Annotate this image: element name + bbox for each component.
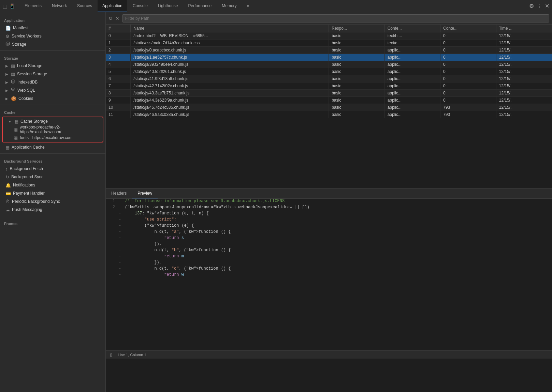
sidebar-item-manifest[interactable]: 📄 Manifest [0, 24, 105, 32]
sidebar-item-local-storage[interactable]: ▶ ▦ Local Storage [0, 62, 105, 70]
sidebar-item-indexeddb[interactable]: ▶ IndexedDB [0, 78, 105, 86]
cell-content-type: applic... [384, 104, 440, 111]
tab-headers[interactable]: Headers [106, 189, 132, 198]
sidebar-item-notifications-label: Notifications [13, 183, 35, 187]
cell-response: basic [329, 75, 384, 82]
sidebar-item-fonts-cache[interactable]: ▦ fonts - https://excalidraw.com [3, 134, 103, 142]
cell-content-type: applic... [384, 68, 440, 75]
line-content: n.d(t, "c", ("kw">function [122, 266, 221, 272]
table-row[interactable]: 2 /static/js/0.acabcbcc.chunk.js basic a… [106, 47, 552, 54]
filter-input[interactable] [122, 14, 549, 22]
table-row[interactable]: 1 /static/css/main.7d14b3cc.chunk.css ba… [106, 40, 552, 47]
sidebar-item-fonts-cache-label: fonts - https://excalidraw.com [20, 135, 73, 140]
sidebar-item-push-messaging[interactable]: ☁ Push Messaging [0, 206, 105, 214]
cell-name: /static/js/46.9a3c038a.chunk.js [131, 111, 329, 118]
sidebar-item-periodic-sync[interactable]: ⏱ Periodic Background Sync [0, 197, 105, 206]
sidebar-item-indexeddb-label: IndexedDB [17, 80, 38, 85]
cell-name: /static/js/39.f2490ee4.chunk.js [131, 61, 329, 68]
cell-time: 12/15/. [496, 111, 552, 118]
clear-icon[interactable]: ✕ [115, 16, 119, 21]
sidebar-item-session-storage-label: Session Storage [17, 72, 47, 76]
tab-bar-right: ⚙ ⋮ ✕ [529, 3, 549, 9]
line-number: 1 [106, 199, 118, 205]
table-row[interactable]: 0 /index.html?__WB_REVISION__=6855... ba… [106, 32, 552, 40]
tab-network[interactable]: Network [47, 0, 72, 12]
format-icon[interactable]: {} [110, 353, 112, 357]
cell-time: 12/15/. [496, 75, 552, 82]
cell-response: basic [329, 61, 384, 68]
sidebar-item-bg-fetch[interactable]: ↕ Background Fetch [0, 165, 105, 173]
cell-content-type: applic... [384, 75, 440, 82]
line-dash: - [118, 272, 122, 278]
sidebar-item-websql-label: Web SQL [17, 88, 35, 93]
cache-storage-icon: ▦ [14, 119, 18, 124]
sidebar-item-cookies-label: Cookies [18, 96, 33, 101]
settings-icon[interactable]: ⚙ [529, 3, 534, 9]
tab-preview[interactable]: Preview [132, 189, 158, 198]
filter-bar: ↻ ✕ [106, 12, 552, 25]
table-row[interactable]: 4 /static/js/39.f2490ee4.chunk.js basic … [106, 61, 552, 68]
cell-num: 1 [106, 40, 131, 47]
table-row[interactable]: 6 /static/js/41.9f3d13a6.chunk.js basic … [106, 75, 552, 82]
tab-console[interactable]: Console [128, 0, 152, 12]
sidebar-item-payment-handler[interactable]: 💳 Payment Handler [0, 189, 105, 197]
code-line: - n.d(t, "c", ("kw">function() { [106, 266, 552, 272]
sidebar-item-storage-app[interactable]: Storage [0, 40, 105, 48]
table-row[interactable]: 8 /static/js/43.3ae7b751.chunk.js basic … [106, 90, 552, 97]
table-row[interactable]: 3 /static/js/1.ae52757c.chunk.js basic a… [106, 54, 552, 61]
cell-num: 11 [106, 111, 131, 118]
sidebar-item-service-workers-label: Service Workers [12, 34, 42, 39]
cell-num: 8 [106, 90, 131, 97]
sidebar-item-websql[interactable]: ▶ Web SQL [0, 86, 105, 94]
cookies-arrow: ▶ [5, 97, 8, 101]
table-row[interactable]: 9 /static/js/44.3e623f9a.chunk.js basic … [106, 97, 552, 104]
sidebar-item-cookies[interactable]: ▶ 🍪 Cookies [0, 94, 105, 103]
tab-memory[interactable]: Memory [217, 0, 241, 12]
sidebar-item-app-cache[interactable]: ▦ Application Cache [0, 143, 105, 151]
close-icon[interactable]: ✕ [545, 3, 549, 9]
tab-sources[interactable]: Sources [72, 0, 97, 12]
line-dash: - [118, 223, 122, 229]
sidebar-item-cache-storage[interactable]: ▼ ▦ Cache Storage [3, 117, 103, 125]
local-storage-icon: ▦ [11, 63, 15, 69]
table-row[interactable]: 11 /static/js/46.9a3c038a.chunk.js basic… [106, 111, 552, 118]
line-content: }), [122, 260, 164, 266]
cell-response: basic [329, 54, 384, 61]
cell-response: basic [329, 90, 384, 97]
tab-more[interactable]: » [242, 0, 254, 12]
line-content: return w [122, 272, 187, 278]
cursor-icon[interactable]: ⬚ [3, 3, 7, 9]
col-header-name: Name [131, 25, 329, 32]
line-number [106, 254, 118, 260]
tab-application[interactable]: Application [98, 0, 127, 12]
payment-handler-icon: 💳 [5, 191, 11, 196]
device-icon[interactable]: 📱 [9, 3, 15, 9]
line-dash [118, 199, 122, 205]
sidebar-item-bg-sync[interactable]: ↻ Background Sync [0, 173, 105, 181]
code-line: - n.d(t, "a", ("kw">function() { [106, 229, 552, 236]
tab-performance[interactable]: Performance [184, 0, 217, 12]
sidebar-item-workbox-cache[interactable]: ▦ workbox-precache-v2-https://excalidraw… [3, 125, 103, 134]
cell-content-length: 0 [440, 61, 496, 68]
cell-content-length: 793 [440, 111, 496, 118]
code-line: 2 ("kw">this.webpackJsonpexcalidraw = "k… [106, 205, 552, 211]
sidebar-item-session-storage[interactable]: ▶ ▦ Session Storage [0, 70, 105, 78]
more-icon[interactable]: ⋮ [537, 3, 542, 9]
session-storage-arrow: ▶ [5, 72, 8, 76]
cache-storage-group: ▼ ▦ Cache Storage ▦ workbox-precache-v2-… [2, 117, 103, 142]
service-workers-icon: ⚙ [5, 34, 10, 39]
line-content: n.d(t, "a", ("kw">function [122, 229, 221, 236]
sidebar-item-service-workers[interactable]: ⚙ Service Workers [0, 32, 105, 40]
tab-lighthouse[interactable]: Lighthouse [153, 0, 183, 12]
cell-num: 7 [106, 82, 131, 90]
refresh-icon[interactable]: ↻ [108, 16, 113, 21]
cell-content-length: 0 [440, 54, 496, 61]
bottom-tabs: Headers Preview [106, 189, 552, 199]
table-row[interactable]: 10 /static/js/45.7d24c535.chunk.js basic… [106, 104, 552, 111]
sidebar-item-notifications[interactable]: 🔔 Notifications [0, 181, 105, 189]
table-row[interactable]: 5 /static/js/40.fd2ff261.chunk.js basic … [106, 68, 552, 75]
notifications-icon: 🔔 [5, 183, 11, 188]
line-number [106, 211, 118, 217]
tab-elements[interactable]: Elements [20, 0, 46, 12]
table-row[interactable]: 7 /static/js/42.7142f02c.chunk.js basic … [106, 82, 552, 90]
